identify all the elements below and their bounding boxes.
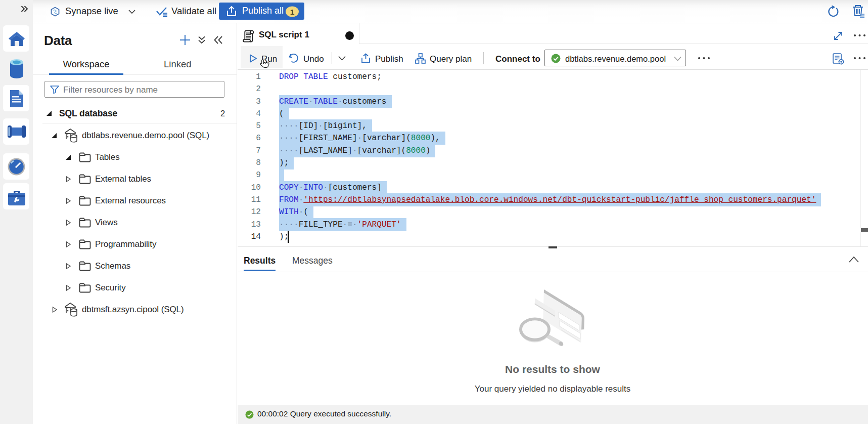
svg-text:1: 1 [290, 8, 295, 16]
